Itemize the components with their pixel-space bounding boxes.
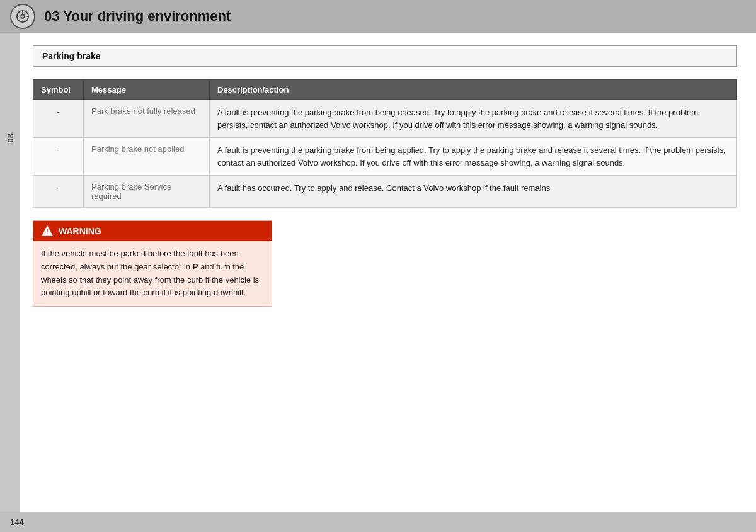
- svg-text:!: !: [46, 229, 48, 235]
- page-layout: 03 Parking brake Symbol Message Descript…: [0, 33, 756, 512]
- section-heading-text: Parking brake: [42, 51, 101, 61]
- col-header-message: Message: [84, 80, 210, 100]
- warning-triangle-icon: !: [41, 225, 54, 237]
- table-row: -Parking brake not appliedA fault is pre…: [33, 138, 737, 176]
- cell-message: Parking brake Service required: [84, 176, 210, 208]
- warning-title: WARNING: [59, 226, 101, 236]
- warning-box: ! WARNING If the vehicle must be parked …: [33, 220, 272, 307]
- parking-brake-table: Symbol Message Description/action -Park …: [33, 79, 737, 208]
- warning-body: If the vehicle must be parked before the…: [33, 241, 272, 306]
- cell-message: Parking brake not applied: [84, 138, 210, 176]
- col-header-description: Description/action: [210, 80, 737, 100]
- col-header-symbol: Symbol: [33, 80, 84, 100]
- svg-point-1: [21, 14, 25, 18]
- section-heading-box: Parking brake: [33, 45, 737, 67]
- warning-body-text: If the vehicle must be parked before the…: [41, 249, 259, 297]
- table-row: -Parking brake Service requiredA fault h…: [33, 176, 737, 208]
- cell-symbol: -: [33, 176, 84, 208]
- page-number: 144: [10, 518, 24, 527]
- cell-message: Park brake not fully released: [84, 100, 210, 138]
- page-header: 03 Your driving environment: [0, 0, 756, 33]
- cell-symbol: -: [33, 138, 84, 176]
- cell-description: A fault has occurred. Try to apply and r…: [210, 176, 737, 208]
- side-tab: 03: [0, 33, 20, 512]
- main-content: Parking brake Symbol Message Description…: [20, 33, 756, 512]
- page-footer: 144: [0, 512, 756, 532]
- page-title: 03 Your driving environment: [44, 8, 231, 25]
- header-icon: [10, 4, 35, 29]
- cell-description: A fault is preventing the parking brake …: [210, 138, 737, 176]
- side-tab-label: 03: [6, 133, 15, 142]
- table-header-row: Symbol Message Description/action: [33, 80, 737, 100]
- table-row: -Park brake not fully releasedA fault is…: [33, 100, 737, 138]
- warning-header: ! WARNING: [33, 221, 272, 241]
- cell-symbol: -: [33, 100, 84, 138]
- cell-description: A fault is preventing the parking brake …: [210, 100, 737, 138]
